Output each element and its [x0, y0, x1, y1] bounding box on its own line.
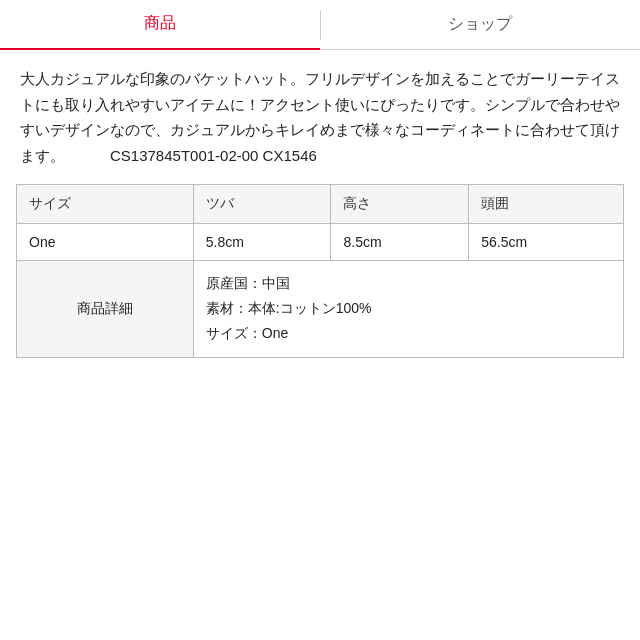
detail-line-1: 原産国：中国 [206, 275, 290, 291]
product-description: 大人カジュアルな印象のバケットハット。フリルデザインを加えることでガーリーテイス… [0, 50, 640, 184]
cell-height: 8.5cm [331, 224, 469, 261]
detail-content: 原産国：中国 素材：本体:コットン100% サイズ：One [193, 261, 623, 358]
table-header-row: サイズ ツバ 高さ 頭囲 [17, 185, 624, 224]
cell-size: One [17, 224, 194, 261]
detail-label: 商品詳細 [17, 261, 194, 358]
col-circumference: 頭囲 [469, 185, 624, 224]
col-height: 高さ [331, 185, 469, 224]
size-table: サイズ ツバ 高さ 頭囲 One 5.8cm 8.5cm 56.5cm 商品詳細… [16, 184, 624, 358]
detail-line-2: 素材：本体:コットン100% [206, 300, 372, 316]
tab-shop[interactable]: ショップ [321, 0, 641, 49]
table-row: One 5.8cm 8.5cm 56.5cm [17, 224, 624, 261]
tab-product[interactable]: 商品 [0, 0, 320, 50]
header: 商品 ショップ [0, 0, 640, 50]
cell-circumference: 56.5cm [469, 224, 624, 261]
detail-line-3: サイズ：One [206, 325, 288, 341]
col-size: サイズ [17, 185, 194, 224]
size-table-wrapper: サイズ ツバ 高さ 頭囲 One 5.8cm 8.5cm 56.5cm 商品詳細… [0, 184, 640, 374]
detail-row: 商品詳細 原産国：中国 素材：本体:コットン100% サイズ：One [17, 261, 624, 358]
col-brim: ツバ [193, 185, 331, 224]
cell-brim: 5.8cm [193, 224, 331, 261]
